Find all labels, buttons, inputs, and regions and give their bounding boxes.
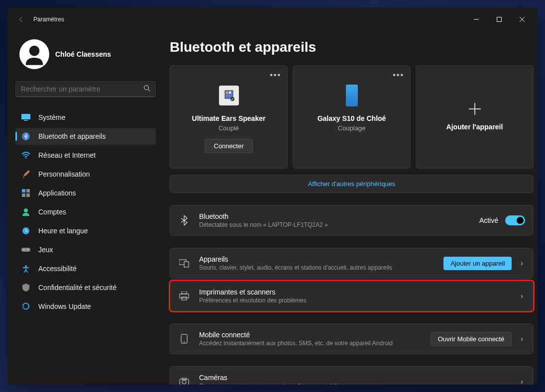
row-title: Imprimantes et scanners (199, 288, 510, 296)
svg-rect-13 (22, 194, 25, 197)
row-subtitle: Souris, clavier, stylet, audio, écrans e… (199, 264, 435, 271)
nav-time[interactable]: Heure et langue (15, 222, 156, 239)
device-name: Ultimate Ears Speaker (192, 114, 266, 122)
user-block[interactable]: Chloé Claessens (15, 35, 162, 77)
nav-personalization[interactable]: Personnalisation (15, 166, 156, 183)
show-more-devices[interactable]: Afficher d'autres périphériques (170, 175, 534, 193)
svg-rect-30 (180, 294, 189, 298)
svg-point-15 (24, 208, 28, 212)
bluetooth-icon (21, 132, 30, 141)
main: Bluetooth et appareils ••• Ultimate Ears… (162, 31, 538, 385)
svg-rect-28 (184, 262, 189, 267)
device-name: Galaxy S10 de Chloé (318, 114, 386, 122)
add-device-button[interactable]: Ajouter un appareil (443, 257, 512, 270)
svg-rect-12 (26, 189, 30, 193)
update-icon (21, 302, 30, 311)
user-name: Chloé Claessens (55, 50, 111, 58)
mobile-icon (178, 334, 190, 344)
device-card-speaker[interactable]: ••• Ultimate Ears Speaker Couplé Connect… (170, 65, 288, 169)
nav-label: Jeux (38, 246, 53, 254)
brush-icon (21, 170, 30, 179)
svg-rect-1 (497, 17, 502, 22)
nav-network[interactable]: Réseau et Internet (15, 147, 156, 164)
add-device-label: Ajouter l'appareil (446, 123, 503, 131)
toggle-state-label: Activé (479, 216, 498, 224)
svg-point-19 (27, 249, 28, 250)
nav-update[interactable]: Windows Update (15, 298, 156, 315)
nav-system[interactable]: Système (15, 109, 156, 126)
bluetooth-toggle-row[interactable]: Bluetooth Détectable sous le nom « LAPTO… (170, 205, 534, 236)
search-box[interactable] (15, 81, 156, 97)
window-controls (465, 11, 534, 27)
printer-icon (178, 292, 190, 300)
svg-rect-17 (21, 248, 30, 252)
nav-gaming[interactable]: Jeux (15, 241, 156, 258)
nav-label: Applications (38, 189, 76, 197)
search-input[interactable] (21, 85, 143, 93)
row-subtitle: Accédez instantanément aux photos, SMS, … (199, 340, 422, 347)
card-more-button[interactable]: ••• (393, 71, 404, 80)
svg-point-35 (182, 380, 186, 384)
speaker-icon (218, 83, 240, 108)
nav-privacy[interactable]: Confidentialité et sécurité (15, 279, 156, 296)
camera-icon (178, 378, 190, 385)
row-title: Bluetooth (199, 212, 470, 220)
back-button[interactable] (11, 9, 31, 29)
card-more-button[interactable]: ••• (270, 71, 281, 80)
row-subtitle: Détectable sous le nom « LAPTOP-LF1TQ2A2… (199, 221, 470, 228)
add-device-card[interactable]: Ajouter l'appareil (416, 65, 534, 169)
nav: Système Bluetooth et appareils Réseau et… (15, 109, 162, 315)
svg-rect-29 (182, 292, 187, 294)
device-status: Couplage (338, 124, 366, 132)
row-subtitle: Caméras connectées et paramètres d'image… (199, 383, 510, 385)
nav-label: Heure et langue (38, 227, 88, 235)
cameras-row[interactable]: Caméras Caméras connectées et paramètres… (170, 366, 534, 385)
minimize-button[interactable] (465, 11, 488, 27)
svg-point-10 (25, 158, 26, 159)
content: Chloé Claessens Système Bluetooth et app… (7, 31, 538, 385)
accessibility-icon (21, 264, 30, 273)
svg-rect-31 (182, 297, 187, 300)
svg-point-20 (25, 265, 27, 267)
close-button[interactable] (511, 11, 534, 27)
nav-label: Confidentialité et sécurité (38, 284, 116, 292)
clock-icon (21, 226, 30, 235)
maximize-button[interactable] (488, 11, 511, 27)
row-title: Appareils (199, 255, 435, 263)
search-icon (143, 85, 150, 94)
svg-rect-14 (26, 194, 30, 197)
sidebar: Chloé Claessens Système Bluetooth et app… (7, 31, 162, 385)
nav-label: Windows Update (38, 302, 91, 310)
nav-label: Personnalisation (38, 170, 90, 178)
svg-line-6 (148, 90, 150, 92)
window-title: Paramètres (33, 16, 64, 23)
person-icon (21, 207, 30, 216)
device-status: Couplé (218, 124, 239, 132)
nav-accounts[interactable]: Comptes (15, 203, 156, 220)
bluetooth-icon (178, 215, 190, 225)
system-icon (21, 113, 30, 122)
printers-row[interactable]: Imprimantes et scanners Préférences et r… (170, 281, 534, 311)
nav-bluetooth[interactable]: Bluetooth et appareils (15, 128, 156, 145)
nav-label: Bluetooth et appareils (38, 132, 106, 140)
nav-accessibility[interactable]: Accessibilité (15, 260, 156, 277)
nav-label: Réseau et Internet (38, 151, 96, 159)
devices-row[interactable]: Appareils Souris, clavier, stylet, audio… (170, 248, 534, 279)
nav-apps[interactable]: Applications (15, 185, 156, 201)
settings-window: Paramètres Chloé Claessens (7, 7, 538, 385)
svg-rect-8 (24, 120, 28, 121)
svg-rect-23 (229, 92, 231, 94)
connect-button[interactable]: Connecter (205, 139, 253, 153)
wifi-icon (21, 151, 30, 160)
device-card-phone[interactable]: ••• Galaxy S10 de Chloé Couplage (293, 65, 411, 169)
svg-rect-7 (21, 114, 30, 119)
shield-icon (21, 283, 30, 292)
chevron-right-icon: › (519, 335, 525, 343)
bluetooth-toggle[interactable] (505, 215, 525, 225)
chevron-right-icon: › (519, 259, 525, 267)
mobile-row[interactable]: Mobile connecté Accédez instantanément a… (170, 323, 534, 354)
page-title: Bluetooth et appareils (170, 39, 534, 55)
open-mobile-button[interactable]: Ouvrir Mobile connecté (431, 332, 512, 346)
row-subtitle: Préférences et résolution des problèmes (199, 297, 510, 304)
phone-icon (341, 83, 363, 108)
